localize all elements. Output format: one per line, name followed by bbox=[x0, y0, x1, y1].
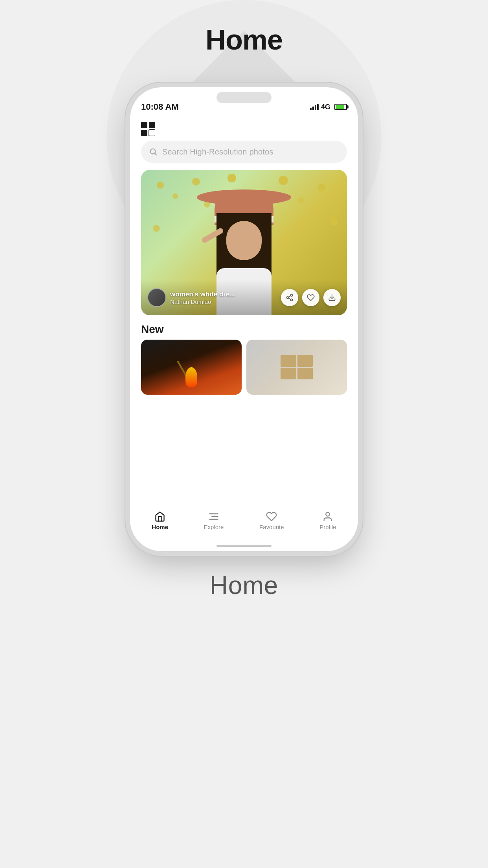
page-title-bottom: Home bbox=[210, 571, 279, 600]
like-button[interactable] bbox=[302, 289, 319, 306]
featured-avatar bbox=[147, 288, 166, 307]
home-bar bbox=[216, 545, 272, 547]
app-header bbox=[130, 119, 358, 141]
page-title-top: Home bbox=[205, 24, 283, 56]
svg-rect-3 bbox=[149, 130, 155, 136]
network-label: 4G bbox=[321, 103, 330, 111]
new-section-header: New bbox=[130, 315, 358, 340]
thumbnail-grid bbox=[130, 340, 358, 501]
nav-label-favourite: Favourite bbox=[259, 524, 284, 530]
share-button[interactable] bbox=[281, 289, 298, 306]
featured-author: Nathan Dumlao bbox=[170, 298, 235, 305]
nav-item-home[interactable]: Home bbox=[144, 508, 176, 533]
featured-user-info: women's white dre... Nathan Dumlao bbox=[147, 288, 235, 307]
face bbox=[226, 221, 262, 260]
battery-icon bbox=[334, 104, 347, 110]
notch-pill bbox=[216, 92, 272, 103]
home-icon bbox=[154, 511, 165, 522]
favourite-icon bbox=[266, 511, 277, 522]
svg-line-9 bbox=[288, 298, 291, 299]
nav-label-home: Home bbox=[152, 524, 168, 530]
status-icons: 4G bbox=[310, 103, 347, 111]
nav-label-profile: Profile bbox=[319, 524, 336, 530]
featured-text: women's white dre... Nathan Dumlao bbox=[170, 291, 235, 305]
flame-icon bbox=[185, 367, 197, 387]
search-bar[interactable]: Search High-Resolution photos bbox=[141, 141, 347, 163]
cracker-grid bbox=[279, 353, 314, 381]
svg-rect-2 bbox=[141, 130, 147, 136]
download-button[interactable] bbox=[323, 289, 341, 306]
svg-point-15 bbox=[326, 513, 330, 516]
explore-icon bbox=[208, 511, 219, 522]
nav-label-explore: Explore bbox=[204, 524, 224, 530]
status-time: 10:08 AM bbox=[141, 102, 179, 112]
bottom-nav: Home Explore Favourite bbox=[130, 501, 358, 540]
profile-icon bbox=[322, 511, 333, 522]
featured-overlay: women's white dre... Nathan Dumlao bbox=[141, 280, 347, 315]
svg-rect-0 bbox=[141, 122, 147, 128]
thumbnail-fire[interactable] bbox=[141, 340, 242, 395]
featured-actions bbox=[281, 289, 341, 306]
phone-mockup: 10:08 AM 4G bbox=[130, 87, 358, 551]
nav-item-favourite[interactable]: Favourite bbox=[251, 508, 292, 533]
featured-photo-title: women's white dre... bbox=[170, 291, 235, 298]
svg-line-5 bbox=[155, 153, 156, 155]
signal-bars-icon bbox=[310, 104, 319, 110]
nav-item-profile[interactable]: Profile bbox=[312, 508, 344, 533]
search-bar-wrapper: Search High-Resolution photos bbox=[130, 141, 358, 170]
svg-rect-1 bbox=[149, 122, 155, 128]
phone-content: Search High-Resolution photos bbox=[130, 119, 358, 501]
app-logo-icon bbox=[141, 122, 155, 136]
home-indicator bbox=[130, 540, 358, 551]
svg-line-10 bbox=[288, 296, 291, 297]
new-label: New bbox=[141, 323, 164, 335]
search-icon bbox=[149, 147, 158, 156]
battery-fill bbox=[336, 105, 344, 109]
thumbnail-crackers[interactable] bbox=[246, 340, 347, 395]
phone-shell: 10:08 AM 4G bbox=[130, 87, 358, 551]
featured-image[interactable]: women's white dre... Nathan Dumlao bbox=[141, 170, 347, 315]
search-placeholder: Search High-Resolution photos bbox=[162, 147, 273, 156]
nav-item-explore[interactable]: Explore bbox=[196, 508, 232, 533]
